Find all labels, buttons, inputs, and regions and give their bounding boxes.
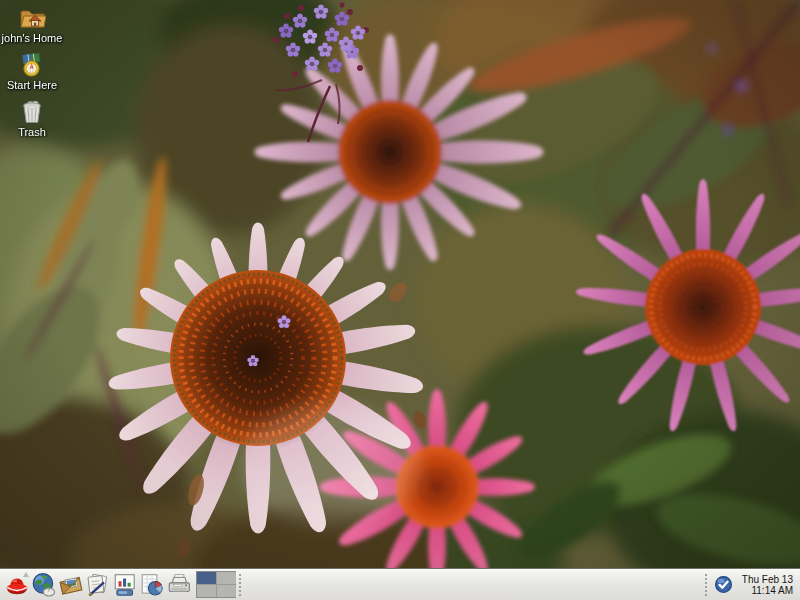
taskbar-panel: Thu Feb 13 11:14 AM	[0, 568, 800, 600]
clock-time: 11:14 AM	[742, 585, 793, 596]
home-folder-icon	[18, 3, 46, 31]
check-sphere-icon	[714, 575, 733, 594]
desktop-icon-label: Start Here	[0, 79, 64, 91]
spreadsheet-launcher[interactable]	[138, 571, 165, 599]
web-browser-launcher[interactable]	[30, 571, 57, 599]
panel-drag-handle[interactable]	[239, 574, 244, 596]
panel-clock[interactable]: Thu Feb 13 11:14 AM	[742, 574, 793, 596]
desktop-icon-start-here[interactable]: Start Here	[0, 52, 64, 91]
word-processor-launcher[interactable]	[84, 571, 111, 599]
workspace-1[interactable]	[197, 572, 216, 584]
screen-chart-icon	[112, 572, 138, 598]
presentation-launcher[interactable]	[111, 571, 138, 599]
workspace-3[interactable]	[197, 585, 216, 597]
wallpaper-photo	[0, 0, 800, 600]
menu-arrow-icon	[23, 572, 29, 577]
workspace-2[interactable]	[217, 572, 236, 584]
main-menu-button[interactable]	[3, 571, 30, 599]
email-launcher[interactable]	[57, 571, 84, 599]
desktop-icon-label: john's Home	[0, 32, 64, 44]
pie-sheet-icon	[139, 572, 165, 598]
notification-area-handle[interactable]	[705, 574, 710, 596]
desktop-icon-johns-home[interactable]: john's Home	[0, 3, 64, 44]
workspace-4[interactable]	[217, 585, 236, 597]
trash-icon	[19, 97, 45, 125]
update-alert-button[interactable]	[713, 571, 735, 599]
start-here-icon	[19, 52, 45, 78]
print-manager-launcher[interactable]	[165, 571, 192, 599]
clock-date: Thu Feb 13	[742, 574, 793, 585]
documents-pen-icon	[85, 572, 111, 598]
printer-icon	[166, 572, 192, 598]
workspace-switcher	[196, 571, 236, 598]
globe-mouse-icon	[31, 572, 57, 598]
desktop-icon-trash[interactable]: Trash	[0, 97, 64, 138]
desktop-icon-label: Trash	[0, 126, 64, 138]
envelope-photo-icon	[58, 572, 84, 598]
